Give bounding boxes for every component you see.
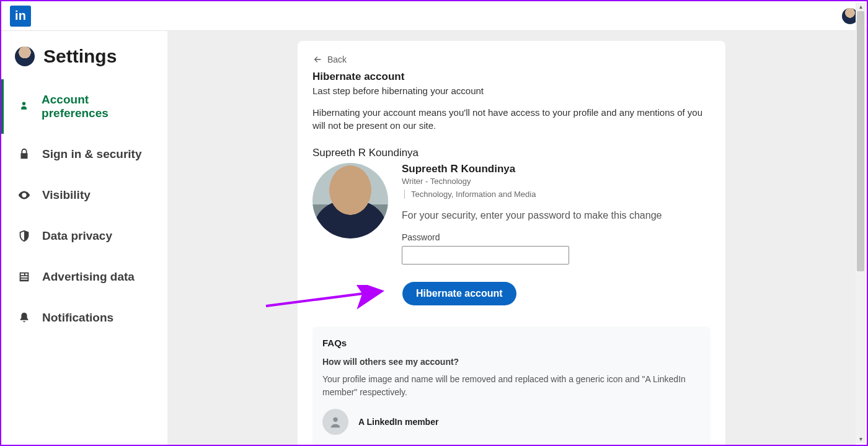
generic-avatar-icon [322,409,348,435]
linkedin-logo-text: in [15,9,26,23]
vertical-scrollbar[interactable]: ▴ ▾ [856,2,866,444]
bell-icon [17,311,31,325]
password-input[interactable] [402,246,569,265]
annotation-arrow [263,285,393,310]
sidebar-item-signin-security[interactable]: Sign in & security [1,134,167,175]
shield-icon [17,229,31,243]
profile-role: Writer - Technology [402,177,711,186]
faq-member-label: A LinkedIn member [358,417,438,427]
sidebar-item-label: Sign in & security [42,147,141,161]
sidebar-item-label: Notifications [42,311,113,325]
scroll-up-arrow-icon[interactable]: ▴ [859,2,862,11]
profile-photo [312,163,388,238]
settings-header: Settings [1,46,167,79]
sidebar-item-notifications[interactable]: Notifications [1,297,167,338]
scrollbar-thumb[interactable] [857,11,864,271]
sidebar-item-label: Visibility [42,188,91,202]
sidebar-item-advertising-data[interactable]: Advertising data [1,256,167,297]
profile-name: Supreeth R Koundinya [402,163,711,175]
content-area: Back Hibernate account Last step before … [167,31,856,445]
faq-member-row: A LinkedIn member [322,409,701,435]
svg-point-2 [333,418,337,422]
scrollbar-track[interactable] [856,11,866,435]
sidebar-item-label: Data privacy [42,229,112,243]
faq-heading: FAQs [322,338,701,348]
svg-line-1 [266,291,382,306]
profile-row: Supreeth R Koundinya Writer - Technology… [312,163,711,265]
sidebar-item-visibility[interactable]: Visibility [1,175,167,216]
password-label: Password [402,232,711,242]
scroll-down-arrow-icon[interactable]: ▾ [859,435,862,444]
page-title: Hibernate account [312,71,711,83]
hibernate-account-button[interactable]: Hibernate account [402,282,516,305]
sidebar-item-label: Advertising data [42,270,135,284]
profile-heading: Supreeth R Koundinya [312,147,711,159]
settings-avatar [15,46,35,66]
settings-sidebar: Settings Account preferences Sign in & s… [1,31,167,445]
lock-icon [17,147,31,161]
newspaper-icon [17,270,31,284]
sidebar-item-account-preferences[interactable]: Account preferences [1,79,167,134]
back-label: Back [327,55,347,64]
profile-info: Supreeth R Koundinya Writer - Technology… [402,163,711,265]
linkedin-logo[interactable]: in [10,6,31,27]
hibernate-card: Back Hibernate account Last step before … [298,41,725,445]
back-button[interactable]: Back [312,55,711,64]
profile-industry: Technology, Information and Media [404,190,536,199]
sidebar-item-data-privacy[interactable]: Data privacy [1,216,167,256]
faq-answer: Your profile image and name will be remo… [322,373,701,399]
svg-point-0 [22,102,25,105]
faq-box: FAQs How will others see my account? You… [312,326,711,445]
person-icon [17,100,30,113]
page-description: Hibernating your account means you'll no… [312,106,711,132]
settings-title: Settings [43,46,117,67]
eye-icon [17,188,31,202]
faq-question: How will others see my account? [322,357,701,367]
page-subtitle: Last step before hibernating your accoun… [312,85,711,96]
sidebar-item-label: Account preferences [42,93,154,120]
security-note: For your security, enter your password t… [402,210,711,221]
top-nav: in [1,1,867,31]
arrow-left-icon [312,55,322,64]
